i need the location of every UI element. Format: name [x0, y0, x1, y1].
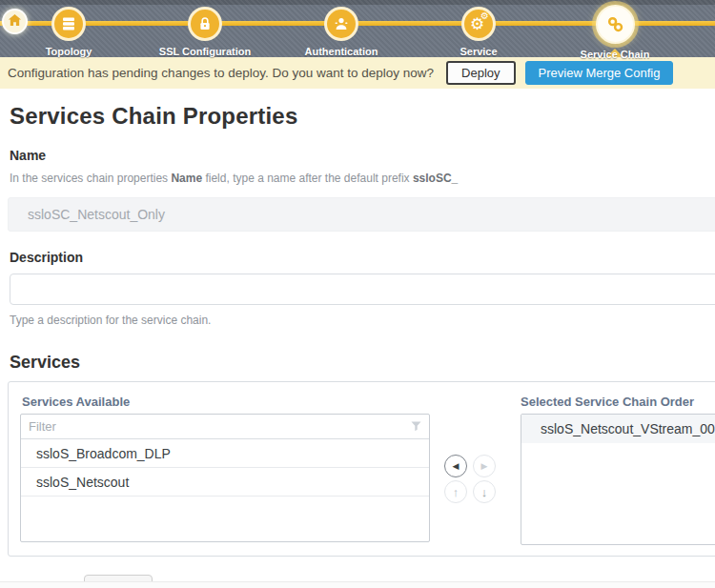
move-up-button[interactable]: ↑ [444, 480, 467, 503]
pending-changes-banner: Configuration has pending changes to dep… [0, 57, 715, 89]
selected-service-chain-order-label: Selected Service Chain Order [521, 395, 694, 409]
wizard-step-authentication[interactable]: Authentication [275, 7, 408, 57]
name-help-middle: field, type a name after the default pre… [202, 172, 413, 185]
preview-merge-config-button[interactable]: Preview Merge Config [525, 61, 674, 85]
services-panel: Services Available Selected Service Chai… [8, 381, 715, 557]
description-input[interactable] [10, 274, 715, 305]
services-available-label: Services Available [22, 395, 130, 409]
description-label: Description [10, 250, 715, 265]
bottom-divider [0, 581, 715, 588]
step-label: SSL Configuration [138, 46, 272, 57]
services-available-listbox: ssloS_Broadcom_DLP ssloS_Netscout [20, 414, 430, 542]
selected-service-chain-listbox: ssloS_Netscout_VStream_001 [521, 414, 715, 545]
move-down-button[interactable]: ↓ [473, 480, 496, 503]
home-button[interactable] [2, 9, 28, 34]
pending-changes-message: Configuration has pending changes to dep… [8, 66, 434, 80]
selected-service-item[interactable]: ssloS_Netscout_VStream_001 [521, 415, 715, 443]
step-label: Authentication [275, 46, 408, 57]
wizard-navbar: Topology SSL Configuration Authentic [0, 0, 715, 57]
page-title: Services Chain Properties [10, 103, 715, 130]
move-left-button[interactable]: ◀ [444, 455, 467, 477]
move-right-button[interactable]: ▶ [473, 455, 496, 477]
topology-icon [51, 7, 86, 41]
wizard-step-ssl-configuration[interactable]: SSL Configuration [138, 7, 272, 57]
filter-row [21, 415, 429, 439]
available-service-item[interactable]: ssloS_Netscout [21, 468, 429, 497]
filter-input[interactable] [21, 416, 411, 438]
wizard-step-service[interactable]: ⚙ ⚙ Service [412, 7, 545, 57]
service-chain-name-input [8, 197, 715, 232]
home-icon [8, 13, 22, 30]
main-content: Services Chain Properties Name In the se… [0, 89, 715, 588]
deploy-button[interactable]: Deploy [446, 61, 515, 85]
sslo-service-chain-page: Topology SSL Configuration Authentic [0, 0, 715, 588]
chain-icon [596, 5, 635, 44]
step-label: Service Chain [548, 49, 682, 60]
name-help-prefix-value: ssloSC_ [413, 172, 458, 185]
available-service-item[interactable]: ssloS_Broadcom_DLP [21, 439, 429, 468]
filter-funnel-icon [411, 418, 421, 436]
lock-icon [188, 7, 222, 41]
wizard-step-service-chain[interactable]: Service Chain [548, 7, 682, 60]
name-help-text: In the services chain properties Name fi… [10, 172, 715, 185]
gears-icon: ⚙ ⚙ [461, 7, 496, 41]
step-label: Service [412, 46, 545, 57]
name-label: Name [10, 148, 715, 163]
person-icon [324, 7, 358, 41]
step-label: Topology [2, 46, 135, 57]
name-help-prefix: In the services chain properties [10, 172, 171, 185]
services-heading: Services [10, 353, 715, 373]
name-help-bold: Name [171, 172, 202, 185]
description-help-text: Type a description for the service chain… [10, 314, 715, 327]
